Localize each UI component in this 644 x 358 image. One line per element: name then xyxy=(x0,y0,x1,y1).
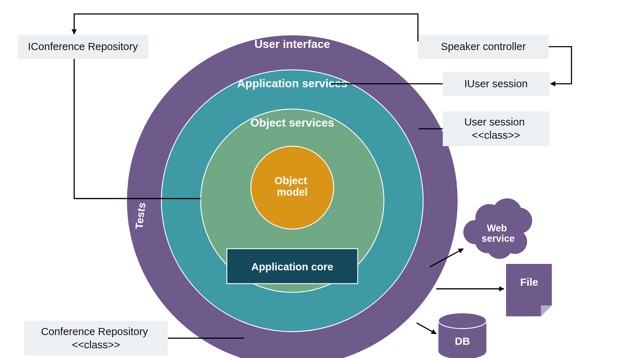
db-icon: DB xyxy=(438,313,486,358)
label-application-services: Application services xyxy=(237,77,348,90)
arrow-speaker-to-iuser xyxy=(549,47,571,84)
label-iuser-session: IUser session xyxy=(464,78,527,89)
onion-architecture-diagram: User interface Application services Obje… xyxy=(0,0,644,358)
label-file: File xyxy=(520,276,538,288)
label-user-interface: User interface xyxy=(255,38,330,50)
label-object-services: Object services xyxy=(250,116,334,129)
label-db: DB xyxy=(455,335,470,347)
label-speaker-controller: Speaker controller xyxy=(441,40,526,52)
arrow-to-db xyxy=(417,323,436,334)
label-object-model: Object model xyxy=(275,175,310,198)
web-service-icon: Web service xyxy=(463,198,532,259)
label-iconference-repository: IConference Repository xyxy=(28,40,138,52)
file-icon: File xyxy=(506,264,552,316)
label-application-core: Application core xyxy=(251,261,333,273)
